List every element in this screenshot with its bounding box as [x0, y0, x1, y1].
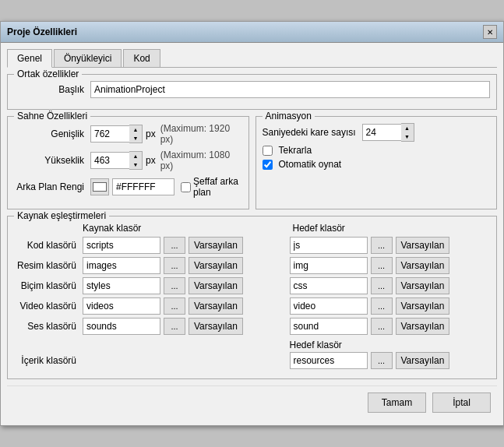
row0-left: ... Varsayılan [83, 237, 284, 254]
row0-src-default[interactable]: Varsayılan [189, 237, 243, 254]
iptal-button[interactable]: İptal [432, 392, 491, 413]
row4-label: Ses klasörü [14, 321, 76, 332]
color-picker-btn[interactable] [90, 178, 109, 195]
row1-dst-browse[interactable]: ... [371, 257, 393, 274]
hedef-klasor-header: Hedef klasör [293, 223, 345, 234]
row1-src-default[interactable]: Varsayılan [189, 257, 243, 274]
yukseklik-input[interactable] [90, 152, 129, 169]
hex-input[interactable] [112, 178, 174, 195]
resource-row-4: Ses klasörü ... Varsayılan ... Varsayıla… [14, 318, 490, 335]
icerik-default[interactable]: Varsayılan [396, 352, 450, 369]
row1-src-browse[interactable]: ... [164, 257, 185, 274]
row3-dst-browse[interactable]: ... [371, 297, 393, 315]
row3-dst-default[interactable]: Varsayılan [396, 297, 450, 315]
icerik-dst-input[interactable] [290, 352, 368, 369]
icerik-hedef-label: Hedef klasör [290, 340, 342, 350]
spacer [14, 223, 83, 234]
resource-row-2: Biçim klasörü ... Varsayılan ... Varsayı… [14, 277, 490, 294]
close-button[interactable]: ✕ [483, 25, 497, 39]
icerik-section: Hedef klasör İçerik klasörü ... Varsayıl… [14, 340, 490, 369]
row0-src-browse[interactable]: ... [164, 237, 185, 254]
icerik-label: İçerik klasörü [14, 355, 76, 366]
row1-dst-input[interactable] [290, 257, 368, 274]
yukseklik-row: Yükseklik ▲ ▼ px (Maximum: 1080 px) [14, 150, 242, 171]
row4-left: ... Varsayılan [83, 318, 284, 335]
row3-left: ... Varsayılan [83, 297, 284, 315]
kaynak-klasor-header: Kaynak klasör [83, 223, 141, 234]
baslik-input[interactable] [90, 81, 490, 98]
otomatik-label: Otomatik oynat [279, 159, 342, 170]
icerik-hedef-header: Hedef klasör [290, 340, 491, 350]
row0-right: ... Varsayılan [290, 237, 491, 254]
resource-row-0: Kod klasörü ... Varsayılan ... Varsayıla… [14, 237, 490, 254]
row0-dst-browse[interactable]: ... [371, 237, 393, 254]
row0-src-input[interactable] [83, 237, 160, 254]
row2-dst-input[interactable] [290, 277, 368, 294]
resource-header-row: Kaynak klasör Hedef klasör [14, 223, 490, 234]
row1-dst-default[interactable]: Varsayılan [396, 257, 450, 274]
icerik-right: ... Varsayılan [290, 352, 491, 369]
genislik-input[interactable] [90, 125, 129, 143]
row4-dst-default[interactable]: Varsayılan [396, 318, 450, 335]
title-bar: Proje Özellikleri ✕ [1, 22, 503, 43]
row1-src-input[interactable] [83, 257, 160, 274]
row4-dst-browse[interactable]: ... [371, 318, 393, 335]
kaynak-group-label: Kaynak eşleştirmeleri [14, 210, 109, 221]
otomatik-row: Otomatik oynat [263, 159, 491, 170]
arkaplan-label: Arka Plan Rengi [14, 181, 84, 192]
icerik-browse[interactable]: ... [371, 352, 393, 369]
row4-src-browse[interactable]: ... [164, 318, 185, 335]
genislik-max: (Maximum: 1920 px) [160, 123, 242, 145]
row2-src-browse[interactable]: ... [164, 277, 185, 294]
row2-dst-browse[interactable]: ... [371, 277, 393, 294]
fps-label: Saniyedeki kare sayısı [263, 127, 356, 138]
tab-bar: Genel Önyükleyici Kod [7, 49, 497, 68]
yukseklik-up-btn[interactable]: ▲ [129, 152, 142, 160]
genislik-spinner: ▲ ▼ [90, 125, 143, 143]
main-window: Proje Özellikleri ✕ Genel Önyükleyici Ko… [0, 21, 504, 426]
tab-genel[interactable]: Genel [7, 49, 52, 68]
yukseklik-label: Yükseklik [14, 155, 84, 166]
row2-src-input[interactable] [83, 277, 160, 294]
yukseklik-down-btn[interactable]: ▼ [129, 160, 142, 169]
sahne-group-label: Sahne Özellikleri [14, 111, 90, 121]
row0-dst-input[interactable] [290, 237, 368, 254]
ortak-group-label: Ortak özellikler [14, 69, 82, 79]
fps-input[interactable] [362, 124, 401, 141]
row3-src-default[interactable]: Varsayılan [189, 297, 243, 315]
genislik-down-btn[interactable]: ▼ [129, 134, 142, 143]
genislik-up-btn[interactable]: ▲ [129, 125, 142, 134]
animasyon-group-label: Animasyon [263, 111, 315, 121]
row2-right: ... Varsayılan [290, 277, 491, 294]
color-swatch [93, 182, 107, 192]
row3-label: Video klasörü [14, 301, 76, 311]
row1-right: ... Varsayılan [290, 257, 491, 274]
icerik-row: İçerik klasörü ... Varsayılan [14, 352, 490, 369]
fps-up-btn[interactable]: ▲ [401, 124, 414, 132]
row3-src-browse[interactable]: ... [164, 297, 185, 315]
tamam-button[interactable]: Tamam [368, 392, 426, 413]
tab-onyukleyici[interactable]: Önyükleyici [54, 49, 122, 67]
hedef-header: Hedef klasör [293, 223, 491, 234]
otomatik-checkbox[interactable] [263, 160, 273, 170]
genislik-unit: px [146, 128, 156, 139]
genislik-spinner-btns: ▲ ▼ [129, 125, 143, 143]
row3-dst-input[interactable] [290, 297, 368, 315]
fps-row: Saniyedeki kare sayısı ▲ ▼ [263, 123, 491, 142]
row4-src-default[interactable]: Varsayılan [189, 318, 243, 335]
row4-dst-input[interactable] [290, 318, 368, 335]
row3-src-input[interactable] [83, 297, 160, 315]
window-title: Proje Özellikleri [7, 26, 77, 37]
fps-down-btn[interactable]: ▼ [401, 132, 414, 141]
row2-src-default[interactable]: Varsayılan [189, 277, 243, 294]
row4-src-input[interactable] [83, 318, 160, 335]
arkaplan-row: Arka Plan Rengi Şeffaf arka plan [14, 176, 242, 198]
tekrarla-checkbox[interactable] [263, 146, 273, 156]
footer: Tamam İptal [7, 385, 497, 419]
fps-spinner: ▲ ▼ [362, 123, 414, 142]
ortak-group: Ortak özellikler Başlık [7, 74, 497, 110]
seffaf-checkbox[interactable] [181, 182, 191, 192]
row2-dst-default[interactable]: Varsayılan [396, 277, 450, 294]
row0-dst-default[interactable]: Varsayılan [396, 237, 450, 254]
tab-kod[interactable]: Kod [123, 49, 160, 67]
